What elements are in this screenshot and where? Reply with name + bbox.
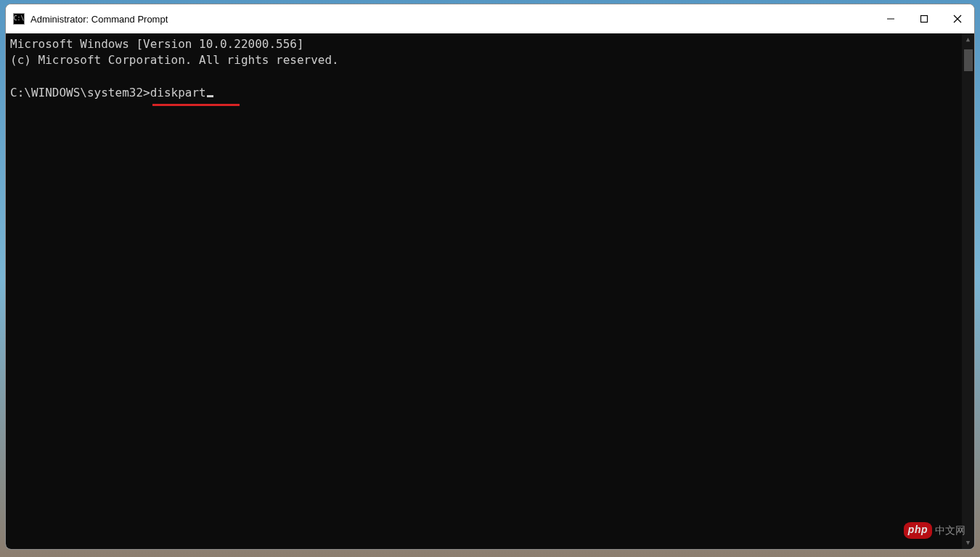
command-prompt-window: C:\ Administrator: Command Prompt Micros… <box>5 4 975 550</box>
maximize-icon <box>920 15 928 23</box>
scroll-up-arrow-icon[interactable]: ▲ <box>962 33 974 46</box>
maximize-button[interactable] <box>907 4 941 33</box>
red-underline-annotation <box>152 104 240 106</box>
watermark: php 中文网 <box>904 522 965 539</box>
prompt-text: C:\WINDOWS\system32> <box>10 86 150 99</box>
text-cursor <box>207 95 213 97</box>
console-line: Microsoft Windows [Version 10.0.22000.55… <box>10 37 304 51</box>
cmd-icon: C:\ <box>13 13 25 25</box>
scrollbar-thumb[interactable] <box>964 49 973 71</box>
vertical-scrollbar[interactable]: ▲ ▼ <box>962 33 974 549</box>
console-area[interactable]: Microsoft Windows [Version 10.0.22000.55… <box>6 33 974 549</box>
window-controls <box>874 4 974 33</box>
console-output: Microsoft Windows [Version 10.0.22000.55… <box>10 36 957 102</box>
svg-rect-1 <box>921 16 928 23</box>
minimize-button[interactable] <box>874 4 907 33</box>
close-button[interactable] <box>941 4 974 33</box>
close-icon <box>953 15 962 23</box>
titlebar[interactable]: C:\ Administrator: Command Prompt <box>6 4 974 33</box>
console-line: (c) Microsoft Corporation. All rights re… <box>10 53 339 67</box>
command-text: diskpart <box>150 86 206 99</box>
window-title: Administrator: Command Prompt <box>30 14 168 25</box>
watermark-text: 中文网 <box>935 524 965 538</box>
minimize-icon <box>886 15 895 23</box>
prompt-line: C:\WINDOWS\system32>diskpart <box>10 85 213 101</box>
watermark-badge: php <box>904 522 932 539</box>
